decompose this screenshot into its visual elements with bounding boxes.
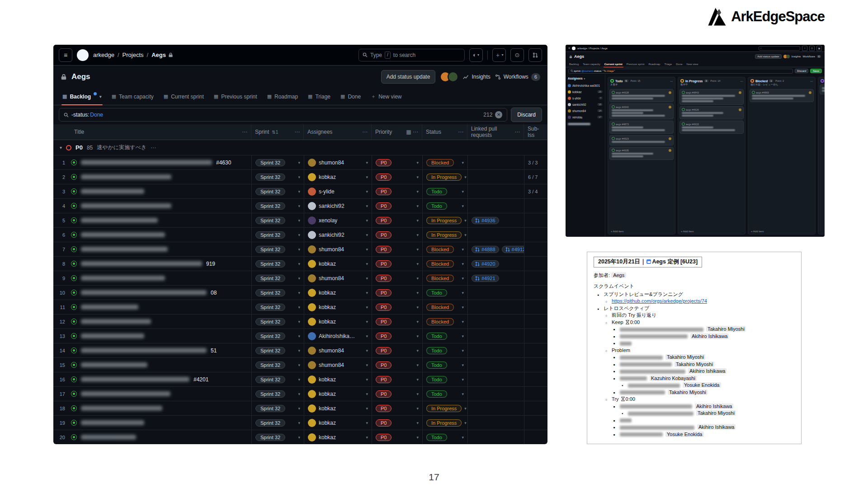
chevron-down-icon[interactable]: ▾	[464, 421, 467, 425]
title-cell[interactable]: 16 #4201	[53, 372, 251, 386]
table-row[interactable]: 1 #4630 Sprint 32▾ shumon84▾ P0▾ Blocked…	[53, 155, 547, 170]
status-cell[interactable]: Todo▾	[422, 199, 467, 213]
table-row[interactable]: 4 Sprint 32▾ sankichi92▾ P0▾ Todo▾	[53, 199, 547, 213]
search-input[interactable]: Type / to search	[359, 49, 465, 61]
status-cell[interactable]: Todo▾	[422, 372, 467, 386]
assignee-cell[interactable]: AkihiroIshikaw…▾	[304, 329, 372, 343]
sprint-cell[interactable]: Sprint 32▾	[251, 286, 304, 300]
priority-cell[interactable]: P0▾	[372, 228, 422, 242]
chevron-down-icon[interactable]: ▾	[464, 406, 467, 411]
chevron-down-icon[interactable]: ▾	[298, 406, 300, 411]
status-cell[interactable]: Blocked▾	[422, 271, 467, 285]
column-status[interactable]: Status⋯	[422, 124, 467, 140]
chevron-down-icon[interactable]: ▾	[464, 175, 467, 179]
linked-pr-cell[interactable]	[467, 286, 524, 300]
chevron-down-icon[interactable]: ▾	[416, 421, 419, 425]
board-card[interactable]: aegs #4883	[750, 89, 814, 102]
priority-cell[interactable]: P0▾	[372, 170, 422, 184]
chevron-down-icon[interactable]: ▾	[298, 189, 300, 194]
chevron-down-icon[interactable]: ▾	[366, 392, 368, 396]
breadcrumb-projects[interactable]: Projects	[123, 52, 144, 58]
status-cell[interactable]: Blocked▾	[422, 314, 467, 328]
assignee-cell[interactable]: sankichi92▾	[304, 228, 372, 242]
assignee-cell[interactable]: shumon84▾	[304, 242, 372, 256]
chevron-down-icon[interactable]: ▾	[462, 247, 464, 252]
chevron-down-icon[interactable]: ▾	[416, 189, 419, 194]
chevron-down-icon[interactable]: ▾	[416, 406, 419, 411]
create-new-button[interactable]: ＋	[802, 46, 807, 51]
assignee-cell[interactable]: shumon84▾	[304, 155, 372, 169]
linked-pr-cell[interactable]	[467, 314, 524, 328]
priority-cell[interactable]: P0▾	[372, 213, 422, 227]
linked-pr-cell[interactable]	[467, 401, 524, 415]
tab-triage[interactable]: ▦Triage	[303, 88, 335, 105]
chevron-down-icon[interactable]: ▾	[416, 363, 419, 367]
board-tab-new-view[interactable]: New view	[685, 61, 700, 67]
chevron-down-icon[interactable]: ▾	[462, 262, 464, 266]
title-cell[interactable]: 13	[53, 329, 251, 343]
title-cell[interactable]: 19	[53, 416, 251, 430]
issues-icon[interactable]: ⊙	[510, 48, 524, 62]
chevron-down-icon[interactable]: ▾	[416, 319, 419, 324]
board-card[interactable]: aegs #4928	[609, 89, 674, 102]
title-cell[interactable]: 8 919	[53, 257, 251, 271]
status-cell[interactable]: Todo▾	[422, 358, 467, 372]
insights-button[interactable]: Insights	[463, 74, 490, 80]
sprint-cell[interactable]: Sprint 32▾	[251, 430, 304, 444]
tab-backlog[interactable]: ▦Backlog▾	[58, 88, 106, 105]
board-tab-current-sprint[interactable]: Current sprint	[603, 61, 624, 67]
assignee-cell[interactable]: kobkaz▾	[304, 300, 372, 314]
assignee-cell[interactable]: kobkaz▾	[304, 314, 372, 328]
sprint-cell[interactable]: Sprint 32▾	[251, 329, 304, 343]
tab-team-capacity[interactable]: ▦Team capacity	[107, 88, 158, 105]
chevron-down-icon[interactable]: ▾	[298, 305, 300, 310]
table-row[interactable]: 12 Sprint 32▾ kobkaz▾ P0▾ Blocked▾	[53, 314, 547, 329]
sprint-cell[interactable]: Sprint 32▾	[251, 228, 304, 242]
chevron-down-icon[interactable]: ▾	[462, 276, 464, 281]
pr-chip[interactable]: #4920	[472, 260, 499, 267]
table-row[interactable]: 20 Sprint 32▾ kobkaz▾ P0▾ Todo▾	[53, 430, 547, 444]
board-tab-triage[interactable]: Triage	[662, 61, 674, 67]
chevron-down-icon[interactable]: ▾	[298, 319, 300, 324]
github-logo-icon[interactable]	[572, 47, 576, 50]
assignee-cell[interactable]: kobkaz▾	[304, 387, 372, 401]
chevron-down-icon[interactable]: ▾	[366, 160, 368, 165]
sprint-cell[interactable]: Sprint 32▾	[251, 257, 304, 271]
priority-cell[interactable]: P0▾	[372, 199, 422, 213]
chevron-down-icon[interactable]: ▾	[416, 233, 419, 237]
pr-chip[interactable]: #4936	[472, 217, 499, 224]
priority-cell[interactable]: P0▾	[372, 401, 422, 415]
chevron-down-icon[interactable]: ▾	[366, 175, 368, 179]
board-tab-previous-sprint[interactable]: Previous sprint	[625, 61, 646, 67]
priority-cell[interactable]: P0▾	[372, 416, 422, 430]
linked-pr-cell[interactable]: #4920	[467, 257, 524, 271]
status-cell[interactable]: Todo▾	[422, 430, 467, 444]
priority-cell[interactable]: P0▾	[372, 372, 422, 386]
priority-cell[interactable]: P0▾	[372, 257, 422, 271]
sidebar-user-kobkaz[interactable]: kobkaz25	[568, 89, 603, 95]
add-status-update-button[interactable]: Add status update	[755, 54, 781, 59]
chevron-down-icon[interactable]: ▾	[366, 247, 368, 252]
inbox-icon[interactable]: ▣	[816, 46, 822, 51]
chevron-down-icon[interactable]: ▾	[462, 189, 464, 194]
chevron-down-icon[interactable]: ▾	[298, 435, 300, 440]
sprint-cell[interactable]: Sprint 32▾	[251, 387, 304, 401]
table-row[interactable]: 14 51 Sprint 32▾ shumon84▾ P0▾ Todo▾	[53, 343, 547, 358]
board-card[interactable]: aegs #4933	[679, 121, 744, 134]
title-cell[interactable]: 18	[53, 401, 251, 415]
sidebar-user-xenolay[interactable]: xenolay17	[568, 114, 603, 120]
tab-new-view[interactable]: ＋New view	[366, 88, 406, 105]
chevron-down-icon[interactable]: ▾	[366, 305, 368, 310]
chevron-down-icon[interactable]: ▾	[416, 262, 419, 266]
chevron-down-icon[interactable]: ▾	[366, 406, 368, 411]
assignee-cell[interactable]: sankichi92▾	[304, 199, 372, 213]
table-row[interactable]: 18 Sprint 32▾ kobkaz▾ P0▾ In Progress▾	[53, 401, 547, 416]
chevron-down-icon[interactable]: ▾	[366, 363, 368, 367]
table-row[interactable]: 3 Sprint 32▾ s-ylide▾ P0▾ Todo▾ 3 / 4	[53, 184, 547, 199]
assignee-cell[interactable]: shumon84▾	[304, 343, 372, 357]
chevron-down-icon[interactable]: ▾	[416, 247, 419, 252]
tab-roadmap[interactable]: ▦Roadmap	[263, 88, 302, 105]
copilot-icon[interactable]: ◐▾	[469, 48, 483, 62]
chevron-down-icon[interactable]: ▾	[298, 392, 300, 396]
chevron-down-icon[interactable]: ▾	[366, 421, 368, 425]
